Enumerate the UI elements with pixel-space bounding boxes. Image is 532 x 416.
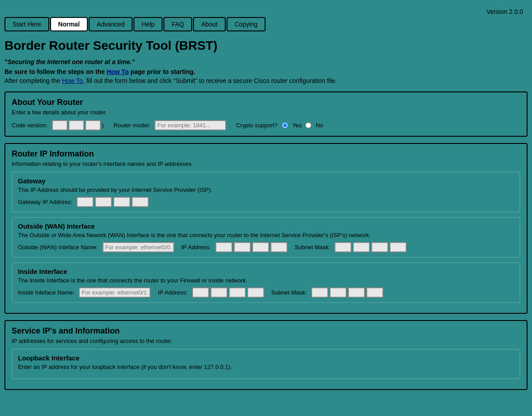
inside-name-label: Inside Inteface Name: (18, 289, 74, 296)
gateway-ip-3[interactable] (113, 197, 130, 207)
inside-subnet-2[interactable] (330, 287, 347, 298)
about-router-title: About Your Router (12, 98, 520, 107)
router-model-label: Router model: (114, 122, 150, 129)
wan-subnet-label: Subnet Mask: (295, 244, 330, 251)
gateway-ip-group (77, 197, 149, 207)
tab-help[interactable]: Help (133, 17, 163, 31)
code-version-label: Code version: (12, 122, 47, 129)
wan-name-input[interactable] (103, 242, 174, 252)
howto-link[interactable]: How To (107, 68, 129, 75)
wan-subnet-1[interactable] (335, 242, 352, 252)
inside-subnet-label: Subnet Mask: (271, 289, 307, 296)
wan-subsection: Outside (WAN) Interface The Outside or W… (12, 217, 520, 258)
wan-ip-2[interactable] (234, 242, 251, 252)
inside-subnet-group (311, 287, 383, 298)
tab-faq[interactable]: FAQ (163, 17, 192, 31)
gateway-ip-2[interactable] (95, 197, 112, 207)
inside-name-input[interactable] (79, 287, 150, 298)
wan-ip-group (215, 242, 287, 252)
wan-ip-1[interactable] (215, 242, 232, 252)
inside-subnet-3[interactable] (348, 287, 365, 298)
gateway-ip-4[interactable] (132, 197, 149, 207)
about-router-desc: Enter a few details about your router. (12, 109, 520, 116)
instructions-bold-text: Be sure to follow the steps on the (4, 68, 105, 75)
instructions-after-text2: fill out the form below and click "Submi… (86, 77, 337, 84)
inside-ip-label: IP Address: (158, 289, 187, 296)
wan-ip-4[interactable] (270, 242, 287, 252)
wan-subnet-2[interactable] (353, 242, 370, 252)
service-ip-section: Service IP's and Information IP addresse… (4, 320, 528, 390)
inside-fields: Inside Inteface Name: IP Address: Subnet… (18, 287, 514, 298)
router-model-input[interactable] (154, 120, 226, 130)
tab-about[interactable]: About (193, 17, 226, 31)
crypto-radio-group: Yes No (282, 122, 323, 129)
gateway-desc: This IP Address should be provided by yo… (18, 186, 514, 193)
inside-ip-1[interactable] (192, 287, 209, 298)
inside-ip-4[interactable] (247, 287, 264, 298)
gateway-ip-1[interactable] (77, 197, 94, 207)
code-version-field-3[interactable] (85, 120, 101, 130)
code-version-paren: ) (102, 122, 103, 129)
wan-subnet-3[interactable] (371, 242, 388, 252)
crypto-yes-label: Yes (292, 122, 302, 129)
inside-ip-2[interactable] (210, 287, 227, 298)
tab-copying[interactable]: Copying (227, 17, 266, 31)
router-ip-desc: Information relating to your router's in… (12, 160, 520, 167)
wan-desc: The Outside or Wide Area Nework (WAN) In… (18, 232, 514, 238)
router-ip-title: Router IP Information (12, 149, 520, 159)
wan-title: Outside (WAN) Interface (18, 222, 514, 230)
code-version-field-1[interactable] (52, 120, 68, 130)
code-version-group: ) (52, 120, 103, 130)
inside-ip-group (192, 287, 264, 298)
instructions-howto: Be sure to follow the steps on the How T… (4, 68, 528, 75)
wan-name-label: Outside (WAN) Inteface Name: (18, 244, 98, 251)
router-ip-section: Router IP Information Information relati… (4, 143, 528, 314)
code-version-field-2[interactable] (69, 120, 84, 130)
version-label: Version 2.0.0 (4, 4, 528, 17)
service-ip-desc: IP addresses for services and configurin… (12, 338, 520, 344)
gateway-title: Gateway (18, 177, 514, 185)
loopback-desc: Enter an IP address for your loopback in… (18, 364, 514, 370)
crypto-no-radio[interactable] (305, 122, 311, 128)
inside-ip-3[interactable] (229, 287, 246, 298)
crypto-no-label: No (316, 122, 323, 129)
gateway-fields: Gateway IP Address: (18, 197, 514, 207)
about-router-section: About Your Router Enter a few details ab… (4, 91, 528, 137)
wan-subnet-group (335, 242, 407, 252)
inside-subnet-1[interactable] (311, 287, 328, 298)
service-ip-title: Service IP's and Information (12, 326, 520, 336)
wan-ip-3[interactable] (252, 242, 269, 252)
wan-fields: Outside (WAN) Inteface Name: IP Address:… (18, 242, 514, 252)
crypto-support-label: Crypto support? (236, 122, 278, 129)
page-title: Border Router Security Tool (BRST) (4, 39, 528, 53)
loopback-title: Loopback Interface (18, 354, 514, 362)
tab-start-here[interactable]: Start Here (4, 17, 49, 31)
gateway-subsection: Gateway This IP Address should be provid… (12, 172, 520, 212)
loopback-subsection: Loopback Interface Enter an IP address f… (12, 349, 520, 379)
wan-ip-label: IP Address: (181, 244, 211, 251)
instructions-after: After completing the How To, fill out th… (4, 77, 528, 84)
gateway-ip-label: Gateway IP Address: (18, 199, 72, 205)
howto-link2[interactable]: How To, (62, 77, 84, 84)
about-router-fields: Code version: ) Router model: Crypto sup… (12, 120, 520, 130)
tab-bar: Start Here Normal Advanced Help FAQ Abou… (4, 17, 528, 31)
inside-title: Inside Interface (18, 268, 514, 275)
wan-subnet-4[interactable] (390, 242, 407, 252)
instructions-bold-text2: page prior to starting. (130, 68, 195, 75)
tab-advanced[interactable]: Advanced (89, 17, 133, 31)
main-container: Version 2.0.0 Start Here Normal Advanced… (0, 0, 532, 416)
crypto-yes-radio[interactable] (282, 122, 288, 128)
inside-subnet-4[interactable] (366, 287, 383, 298)
tab-normal[interactable]: Normal (50, 17, 88, 31)
inside-subsection: Inside Interface The Inside Interface is… (12, 262, 520, 303)
instructions-after-text: After completing the (4, 77, 60, 84)
tagline: "Securing the Internet one router at a t… (4, 58, 528, 65)
inside-desc: The Inside Interface is the one that con… (18, 277, 514, 284)
